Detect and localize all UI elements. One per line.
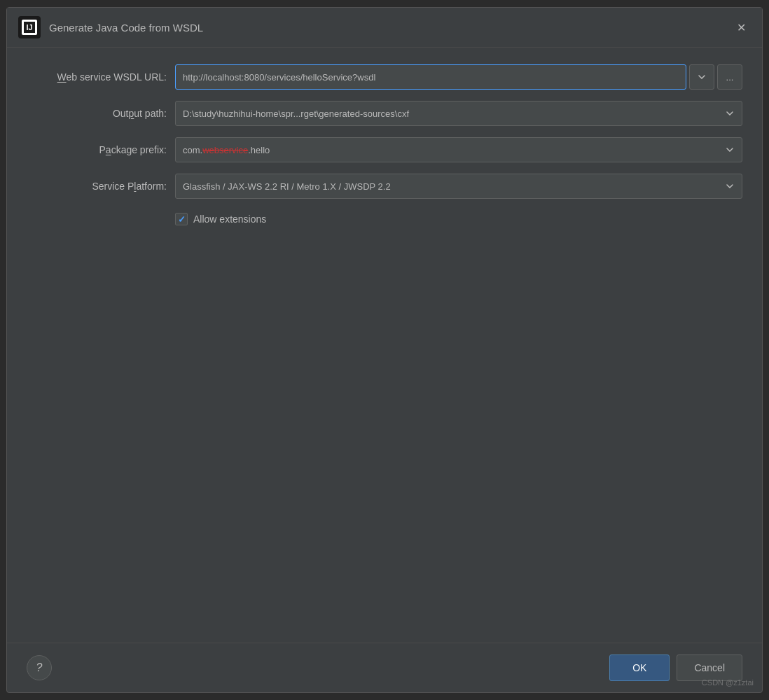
allow-extensions-checkbox-container[interactable]: ✓ Allow extensions	[175, 213, 266, 225]
dialog-titlebar: IJ Generate Java Code from WSDL ✕	[7, 8, 762, 48]
wsdl-url-input[interactable]	[175, 64, 686, 90]
output-path-input[interactable]	[175, 101, 742, 126]
package-prefix-row: Package prefix: com.webservice.hello	[27, 137, 742, 162]
chevron-down-icon	[726, 148, 733, 152]
service-platform-label: Service Platform:	[27, 181, 167, 192]
package-prefix-part3: .hello	[248, 145, 270, 155]
watermark: CSDN @z1ztai	[702, 678, 754, 687]
allow-extensions-checkbox[interactable]: ✓	[175, 213, 188, 225]
chevron-down-icon	[698, 75, 705, 79]
wsdl-url-row: Web service WSDL URL: ...	[27, 64, 742, 90]
allow-extensions-label: Allow extensions	[193, 214, 266, 225]
dialog-content: Web service WSDL URL: ...	[7, 48, 762, 643]
app-logo: IJ	[18, 16, 41, 38]
help-button[interactable]: ?	[27, 655, 52, 680]
output-path-select-wrapper	[175, 101, 742, 126]
service-platform-select[interactable]: Glassfish / JAX-WS 2.2 RI / Metro 1.X / …	[175, 174, 742, 199]
package-prefix-display[interactable]: com.webservice.hello	[175, 137, 742, 162]
cancel-button[interactable]: Cancel	[677, 654, 742, 681]
wsdl-url-dropdown-button[interactable]	[689, 64, 714, 90]
close-button[interactable]: ✕	[731, 18, 751, 37]
output-path-row: Output path:	[27, 101, 742, 126]
logo-text: IJ	[26, 23, 32, 31]
package-prefix-label: Package prefix:	[27, 144, 167, 155]
chevron-down-icon	[726, 111, 733, 115]
package-prefix-select-wrapper: com.webservice.hello	[175, 137, 742, 162]
help-icon: ?	[36, 662, 43, 674]
dialog-title: Generate Java Code from WSDL	[49, 22, 731, 34]
dialog-overlay: IJ Generate Java Code from WSDL ✕ Web se…	[0, 0, 769, 700]
checkmark-icon: ✓	[178, 214, 186, 225]
ok-button[interactable]: OK	[609, 654, 670, 681]
dialog: IJ Generate Java Code from WSDL ✕ Web se…	[6, 7, 763, 693]
footer-buttons: OK Cancel	[609, 654, 742, 681]
output-path-dropdown-button[interactable]	[717, 101, 742, 126]
service-platform-select-wrapper: Glassfish / JAX-WS 2.2 RI / Metro 1.X / …	[175, 174, 742, 199]
wsdl-url-input-group: ...	[175, 64, 742, 90]
wsdl-url-label: Web service WSDL URL:	[27, 71, 167, 83]
output-path-label: Output path:	[27, 108, 167, 119]
wsdl-url-browse-button[interactable]: ...	[717, 64, 742, 90]
package-prefix-part1: com.	[183, 145, 202, 155]
dialog-footer: ? OK Cancel	[7, 643, 762, 692]
service-platform-row: Service Platform: Glassfish / JAX-WS 2.2…	[27, 174, 742, 199]
browse-icon: ...	[726, 72, 734, 83]
package-prefix-part2: webservice	[202, 145, 248, 155]
allow-extensions-row: ✓ Allow extensions	[27, 213, 742, 225]
package-prefix-dropdown-button[interactable]	[717, 137, 742, 162]
